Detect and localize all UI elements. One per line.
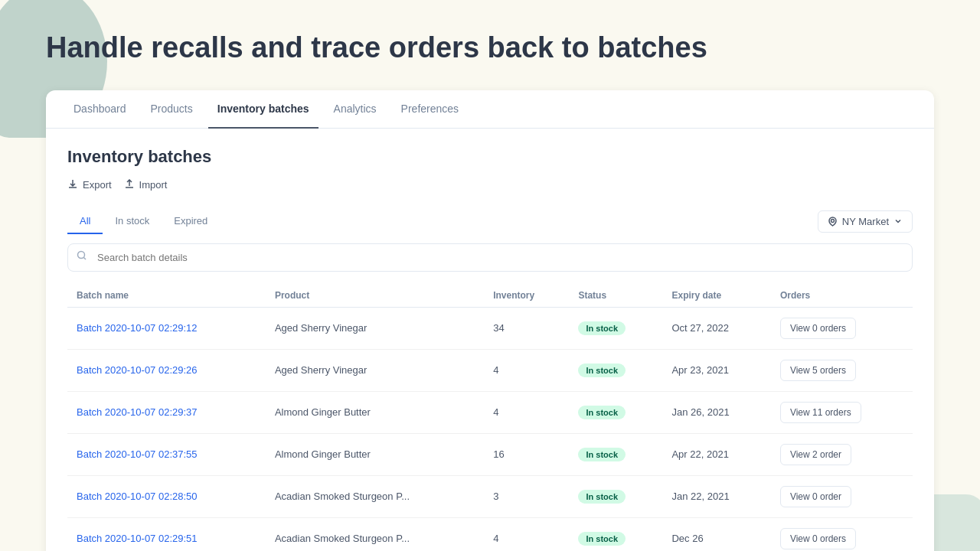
batch-link[interactable]: Batch 2020-10-07 02:29:37 xyxy=(77,406,198,418)
col-header-inventory: Inventory xyxy=(484,284,569,308)
status-badge: In stock xyxy=(578,532,626,546)
table-row: Batch 2020-10-07 02:28:50Acadian Smoked … xyxy=(67,475,913,517)
filter-tab-in-stock[interactable]: In stock xyxy=(103,209,162,234)
table-row: Batch 2020-10-07 02:29:12Aged Sherry Vin… xyxy=(67,307,913,349)
market-label: NY Market xyxy=(842,216,889,227)
main-card: DashboardProductsInventory batchesAnalyt… xyxy=(46,90,934,551)
orders-cell: View 0 order xyxy=(771,475,913,517)
nav-tab-analytics[interactable]: Analytics xyxy=(325,90,386,129)
page-title: Inventory batches xyxy=(67,147,913,167)
import-label: Import xyxy=(139,179,168,191)
col-header-batch-name: Batch name xyxy=(67,284,266,308)
status-badge: In stock xyxy=(578,321,626,335)
filter-tabs: AllIn stockExpired xyxy=(67,209,220,234)
batch-link[interactable]: Batch 2020-10-07 02:29:26 xyxy=(77,364,198,376)
status-cell: In stock xyxy=(569,307,662,349)
export-label: Export xyxy=(83,179,112,191)
export-button[interactable]: Export xyxy=(67,176,112,194)
inventory-cell: 34 xyxy=(484,307,569,349)
status-badge: In stock xyxy=(578,490,626,504)
search-input[interactable] xyxy=(67,243,913,272)
inventory-cell: 4 xyxy=(484,391,569,433)
table-header-row: Batch nameProductInventoryStatusExpiry d… xyxy=(67,284,913,308)
expiry-date-cell: Jan 22, 2021 xyxy=(662,475,770,517)
product-cell: Almond Ginger Butter xyxy=(266,391,484,433)
view-orders-button[interactable]: View 0 orders xyxy=(780,528,856,549)
action-bar: Export Import xyxy=(67,176,913,194)
batch-link[interactable]: Batch 2020-10-07 02:37:55 xyxy=(77,448,198,460)
status-cell: In stock xyxy=(569,391,662,433)
inventory-cell: 3 xyxy=(484,475,569,517)
table-body: Batch 2020-10-07 02:29:12Aged Sherry Vin… xyxy=(67,307,913,551)
table-row: Batch 2020-10-07 02:29:51Acadian Smoked … xyxy=(67,517,913,551)
svg-point-0 xyxy=(831,219,834,222)
col-header-expiry-date: Expiry date xyxy=(662,284,770,308)
nav-tab-dashboard[interactable]: Dashboard xyxy=(64,90,136,129)
col-header-status: Status xyxy=(569,284,662,308)
nav-tab-preferences[interactable]: Preferences xyxy=(392,90,468,129)
status-cell: In stock xyxy=(569,517,662,551)
nav-tab-products[interactable]: Products xyxy=(142,90,202,129)
status-badge: In stock xyxy=(578,448,626,461)
content-area: Inventory batches Export Import xyxy=(46,129,934,551)
filter-tab-expired[interactable]: Expired xyxy=(162,209,220,234)
view-orders-button[interactable]: View 2 order xyxy=(780,444,851,465)
import-icon xyxy=(124,179,135,190)
table-row: Batch 2020-10-07 02:37:55Almond Ginger B… xyxy=(67,433,913,475)
market-selector[interactable]: NY Market xyxy=(818,210,913,233)
status-badge: In stock xyxy=(578,364,626,377)
batch-link[interactable]: Batch 2020-10-07 02:28:50 xyxy=(77,491,198,502)
filter-tab-all[interactable]: All xyxy=(67,209,103,234)
nav-tabs: DashboardProductsInventory batchesAnalyt… xyxy=(46,90,934,129)
view-orders-button[interactable]: View 5 orders xyxy=(780,360,856,381)
expiry-date-cell: Dec 26 xyxy=(662,517,770,551)
product-cell: Acadian Smoked Sturgeon P... xyxy=(266,517,484,551)
orders-cell: View 5 orders xyxy=(771,349,913,391)
batch-name-cell: Batch 2020-10-07 02:37:55 xyxy=(67,433,266,475)
batch-name-cell: Batch 2020-10-07 02:28:50 xyxy=(67,475,266,517)
batch-link[interactable]: Batch 2020-10-07 02:29:51 xyxy=(77,533,198,544)
expiry-date-cell: Apr 22, 2021 xyxy=(662,433,770,475)
status-badge: In stock xyxy=(578,406,626,419)
filter-bar: AllIn stockExpired NY Market xyxy=(67,209,913,234)
inventory-cell: 4 xyxy=(484,349,569,391)
status-cell: In stock xyxy=(569,349,662,391)
search-icon xyxy=(77,250,87,264)
batch-link[interactable]: Batch 2020-10-07 02:29:12 xyxy=(77,322,198,334)
table-row: Batch 2020-10-07 02:29:37Almond Ginger B… xyxy=(67,391,913,433)
product-cell: Acadian Smoked Sturgeon P... xyxy=(266,475,484,517)
hero-title: Handle recalls and trace orders back to … xyxy=(46,31,934,66)
batch-name-cell: Batch 2020-10-07 02:29:26 xyxy=(67,349,266,391)
orders-cell: View 0 orders xyxy=(771,517,913,551)
expiry-date-cell: Jan 26, 2021 xyxy=(662,391,770,433)
view-orders-button[interactable]: View 11 orders xyxy=(780,402,861,423)
batch-table: Batch nameProductInventoryStatusExpiry d… xyxy=(67,284,913,551)
table-row: Batch 2020-10-07 02:29:26Aged Sherry Vin… xyxy=(67,349,913,391)
product-cell: Aged Sherry Vinegar xyxy=(266,307,484,349)
expiry-date-cell: Apr 23, 2021 xyxy=(662,349,770,391)
expiry-date-cell: Oct 27, 2022 xyxy=(662,307,770,349)
col-header-orders: Orders xyxy=(771,284,913,308)
location-icon xyxy=(828,217,838,227)
status-cell: In stock xyxy=(569,433,662,475)
product-cell: Almond Ginger Butter xyxy=(266,433,484,475)
batch-name-cell: Batch 2020-10-07 02:29:12 xyxy=(67,307,266,349)
orders-cell: View 2 order xyxy=(771,433,913,475)
inventory-cell: 4 xyxy=(484,517,569,551)
nav-tab-inventory-batches[interactable]: Inventory batches xyxy=(208,90,318,129)
product-cell: Aged Sherry Vinegar xyxy=(266,349,484,391)
view-orders-button[interactable]: View 0 orders xyxy=(780,318,856,339)
col-header-product: Product xyxy=(266,284,484,308)
orders-cell: View 11 orders xyxy=(771,391,913,433)
chevron-down-icon xyxy=(893,217,903,226)
import-button[interactable]: Import xyxy=(124,176,168,194)
table-header: Batch nameProductInventoryStatusExpiry d… xyxy=(67,284,913,308)
status-cell: In stock xyxy=(569,475,662,517)
view-orders-button[interactable]: View 0 order xyxy=(780,486,851,507)
svg-point-1 xyxy=(78,252,85,259)
orders-cell: View 0 orders xyxy=(771,307,913,349)
batch-name-cell: Batch 2020-10-07 02:29:51 xyxy=(67,517,266,551)
inventory-cell: 16 xyxy=(484,433,569,475)
export-icon xyxy=(67,179,78,190)
search-container xyxy=(67,243,913,272)
